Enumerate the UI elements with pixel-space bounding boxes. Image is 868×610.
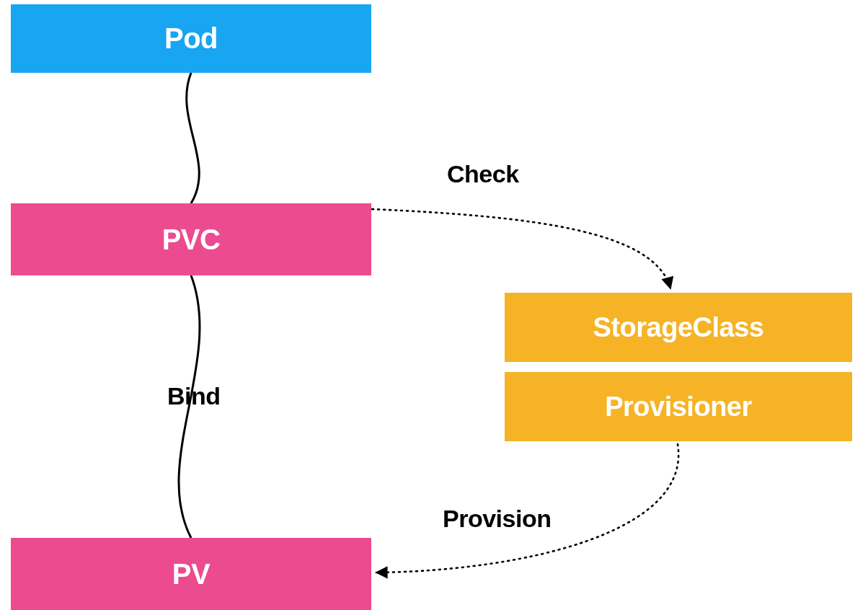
node-provisioner: Provisioner (505, 372, 852, 441)
node-pv-label: PV (172, 558, 210, 591)
edge-label-provision-text: Provision (443, 505, 551, 532)
node-pvc-label: PVC (162, 224, 221, 256)
node-pod: Pod (11, 4, 371, 73)
edge-pod-to-pvc (187, 73, 200, 203)
edge-label-provision: Provision (443, 505, 551, 533)
node-provisioner-label: Provisioner (605, 392, 752, 423)
node-pvc: PVC (11, 203, 371, 275)
edge-label-check: Check (447, 160, 519, 188)
node-pv: PV (11, 538, 371, 610)
node-storageclass: StorageClass (505, 293, 852, 362)
edge-label-bind: Bind (167, 382, 221, 410)
node-pod-label: Pod (164, 22, 218, 55)
edge-label-bind-text: Bind (167, 382, 221, 410)
node-storageclass-label: StorageClass (593, 312, 764, 343)
edge-label-check-text: Check (447, 160, 519, 187)
edge-pvc-to-storageclass (372, 209, 670, 288)
